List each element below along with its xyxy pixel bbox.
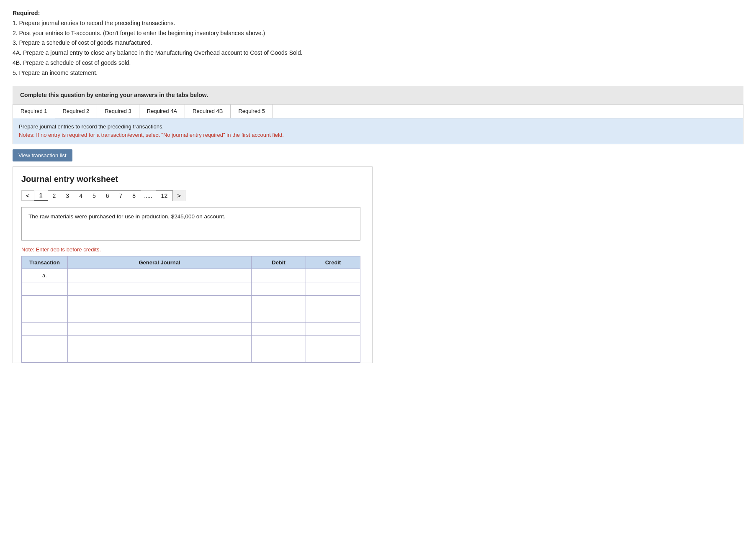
worksheet-box: Journal entry worksheet < 1 2 3 4 5 6 7 … [13,166,373,363]
tabs-row: Required 1 Required 2 Required 3 Require… [13,105,743,118]
table-row [22,282,360,296]
debit-f[interactable] [252,336,306,349]
required-item-1: 1. Prepare journal entries to record the… [13,20,175,26]
pagination-row: < 1 2 3 4 5 6 7 8 ..... 12 > [21,190,364,201]
debit-input-a[interactable] [255,272,302,279]
transaction-a: a. [22,269,68,282]
journal-entry-b[interactable] [68,282,252,296]
debit-e[interactable] [252,323,306,336]
table-row [22,296,360,309]
credit-b[interactable] [306,282,360,296]
transaction-description: The raw materials were purchased for use… [21,207,360,241]
journal-entry-g[interactable] [68,349,252,363]
credit-input-b[interactable] [309,286,357,292]
debit-input-b[interactable] [255,286,302,292]
tab-required-2[interactable]: Required 2 [55,105,98,118]
transaction-f [22,336,68,349]
page-5[interactable]: 5 [87,190,101,201]
credit-g[interactable] [306,349,360,363]
required-item-2: 2. Post your entries to T-accounts. (Don… [13,30,265,36]
page-1[interactable]: 1 [34,190,48,201]
page-4[interactable]: 4 [74,190,87,201]
page-3[interactable]: 3 [61,190,74,201]
journal-entry-c[interactable] [68,296,252,309]
debit-a[interactable] [252,269,306,282]
debit-input-c[interactable] [255,299,302,305]
required-item-5: 5. Prepare an income statement. [13,69,98,76]
credit-input-g[interactable] [309,353,357,359]
journal-input-g[interactable] [71,353,248,359]
required-heading: Required: [13,10,40,16]
table-row: a. [22,269,360,282]
journal-table: Transaction General Journal Debit Credit… [21,256,360,363]
page-12[interactable]: 12 [156,190,173,201]
worksheet-title: Journal entry worksheet [21,174,364,184]
page-nav-right[interactable]: > [173,190,185,201]
tab-content-area: Prepare journal entries to record the pr… [13,118,743,144]
debit-input-g[interactable] [255,353,302,359]
journal-entry-a[interactable] [68,269,252,282]
journal-entry-d[interactable] [68,309,252,323]
credit-input-d[interactable] [309,312,357,319]
tab-required-4a[interactable]: Required 4A [139,105,185,118]
required-item-3: 3. Prepare a schedule of cost of goods m… [13,39,152,46]
required-item-4b: 4B. Prepare a schedule of cost of goods … [13,59,131,66]
col-header-credit: Credit [306,256,360,269]
credit-input-e[interactable] [309,326,357,332]
transaction-d [22,309,68,323]
debit-b[interactable] [252,282,306,296]
journal-input-a[interactable] [71,272,248,279]
table-row [22,309,360,323]
transaction-b [22,282,68,296]
debit-g[interactable] [252,349,306,363]
tab-required-5[interactable]: Required 5 [231,105,273,118]
tab-required-3[interactable]: Required 3 [97,105,139,118]
journal-input-f[interactable] [71,339,248,346]
credit-c[interactable] [306,296,360,309]
table-row [22,336,360,349]
credit-input-a[interactable] [309,272,357,279]
transaction-e [22,323,68,336]
note-enter-debits: Note: Enter debits before credits. [21,246,364,253]
col-header-debit: Debit [252,256,306,269]
credit-e[interactable] [306,323,360,336]
page-7[interactable]: 7 [114,190,128,201]
credit-d[interactable] [306,309,360,323]
tab-required-1[interactable]: Required 1 [13,105,55,118]
tab-note: Notes: If no entry is required for a tra… [19,132,284,138]
debit-d[interactable] [252,309,306,323]
credit-input-c[interactable] [309,299,357,305]
credit-input-f[interactable] [309,339,357,346]
debit-input-f[interactable] [255,339,302,346]
tab-main-text: Prepare journal entries to record the pr… [19,123,164,130]
journal-input-d[interactable] [71,312,248,319]
col-header-general-journal: General Journal [68,256,252,269]
journal-input-e[interactable] [71,326,248,332]
page-dots: ..... [141,190,156,201]
required-item-4a: 4A. Prepare a journal entry to close any… [13,49,303,56]
instruction-box: Complete this question by entering your … [13,86,743,104]
table-row [22,323,360,336]
journal-entry-f[interactable] [68,336,252,349]
tab-required-4b[interactable]: Required 4B [185,105,231,118]
debit-input-e[interactable] [255,326,302,332]
journal-entry-e[interactable] [68,323,252,336]
credit-a[interactable] [306,269,360,282]
journal-input-b[interactable] [71,286,248,292]
debit-input-d[interactable] [255,312,302,319]
debit-c[interactable] [252,296,306,309]
page-8[interactable]: 8 [127,190,141,201]
table-row [22,349,360,363]
required-section: Required: 1. Prepare journal entries to … [13,8,743,78]
view-transaction-button[interactable]: View transaction list [13,149,72,161]
page-nav-left[interactable]: < [21,190,34,201]
transaction-g [22,349,68,363]
journal-input-c[interactable] [71,299,248,305]
instruction-text: Complete this question by entering your … [20,92,208,98]
credit-f[interactable] [306,336,360,349]
page-2[interactable]: 2 [48,190,61,201]
transaction-c [22,296,68,309]
col-header-transaction: Transaction [22,256,68,269]
tabs-container: Required 1 Required 2 Required 3 Require… [13,104,743,145]
page-6[interactable]: 6 [101,190,114,201]
